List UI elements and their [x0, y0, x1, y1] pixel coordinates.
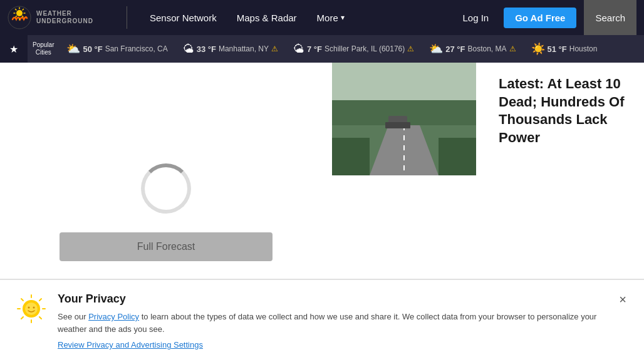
nav-sensor-network[interactable]: Sensor Network: [140, 0, 227, 35]
svg-point-1: [16, 10, 23, 16]
svg-point-12: [25, 303, 38, 315]
star-icon: ★: [9, 43, 18, 55]
ticker-label: Popular Cities: [28, 41, 59, 56]
logo-area: WEATHER UNDERGROUND: [8, 6, 114, 29]
city-name: Manhattan, NY: [219, 44, 269, 53]
privacy-title: Your Privacy: [58, 292, 606, 306]
news-headline: Latest: At Least 10 Dead; Hundreds Of Th…: [499, 75, 631, 147]
header-right: Log In Go Ad Free Search: [455, 0, 636, 35]
weather-icon: 🌤: [293, 43, 304, 56]
svg-rect-10: [439, 138, 476, 175]
svg-line-21: [39, 299, 41, 301]
svg-point-13: [28, 307, 30, 309]
privacy-close-button[interactable]: ×: [616, 292, 629, 307]
privacy-content: Your Privacy See our Privacy Policy to l…: [58, 292, 606, 349]
weather-icon: ☀️: [531, 42, 545, 56]
road-scene-illustration: [332, 63, 476, 175]
ticker-favorite[interactable]: ★: [0, 35, 28, 63]
go-ad-free-button[interactable]: Go Ad Free: [504, 8, 576, 28]
weather-icon: ⛅: [429, 42, 443, 56]
full-forecast-button[interactable]: Full Forecast: [60, 232, 273, 261]
privacy-policy-link[interactable]: Privacy Policy: [88, 312, 139, 321]
news-image: [332, 63, 476, 175]
city-name: Boston, MA: [467, 44, 506, 53]
temperature: 27 °F: [445, 44, 465, 54]
temperature: 33 °F: [197, 44, 216, 54]
temperature: 51 °F: [548, 44, 567, 54]
logo-text: WEATHER UNDERGROUND: [36, 10, 93, 25]
ticker-city-item[interactable]: ⛅ 50 °F San Francisco, CA: [59, 35, 175, 63]
ticker-cities: ⛅ 50 °F San Francisco, CA 🌤 33 °F Manhat…: [59, 35, 605, 63]
news-content: Latest: At Least 10 Dead; Hundreds Of Th…: [489, 75, 631, 152]
review-privacy-link[interactable]: Review Privacy and Advertising Settings: [58, 340, 606, 349]
header-divider: [127, 6, 127, 29]
ticker-bar: ★ Popular Cities ⛅ 50 °F San Francisco, …: [0, 35, 644, 63]
svg-line-22: [21, 317, 23, 319]
nav-more[interactable]: More ▾: [307, 0, 355, 35]
ticker-city-item[interactable]: ⛅ 27 °F Boston, MA ⚠: [422, 35, 523, 63]
privacy-sun-icon: [15, 292, 48, 325]
city-name: Schiller Park, IL (60176): [325, 44, 405, 53]
loading-spinner: [141, 163, 191, 214]
header: WEATHER UNDERGROUND Sensor Network Maps …: [0, 0, 644, 35]
weather-icon: ⛅: [66, 42, 80, 56]
privacy-text: See our Privacy Policy to learn about th…: [58, 311, 606, 335]
alert-icon: ⚠: [407, 44, 414, 53]
svg-rect-9: [332, 138, 370, 175]
city-name: San Francisco, CA: [105, 44, 168, 53]
privacy-overlay: Your Privacy See our Privacy Policy to l…: [0, 279, 644, 362]
svg-line-20: [39, 317, 41, 319]
weather-icon: 🌤: [183, 43, 194, 56]
nav-area: Sensor Network Maps & Radar More ▾: [140, 0, 445, 35]
svg-point-14: [33, 307, 35, 309]
main-content: Full Forecast L: [0, 63, 644, 362]
see-our-text: See our: [58, 312, 86, 321]
temperature: 7 °F: [307, 44, 322, 54]
weather-underground-logo: [8, 6, 31, 29]
svg-rect-8: [385, 122, 410, 128]
nav-maps-radar[interactable]: Maps & Radar: [227, 0, 307, 35]
alert-icon: ⚠: [509, 44, 516, 53]
alert-icon: ⚠: [271, 44, 278, 53]
ticker-city-item[interactable]: ☀️ 51 °F Houston: [524, 35, 605, 63]
login-button[interactable]: Log In: [455, 9, 496, 27]
ticker-city-item[interactable]: 🌤 7 °F Schiller Park, IL (60176) ⚠: [286, 35, 422, 63]
privacy-body-text: to learn about the types of data we coll…: [58, 312, 596, 334]
ticker-city-item[interactable]: 🌤 33 °F Manhattan, NY ⚠: [175, 35, 286, 63]
search-button[interactable]: Search: [584, 0, 636, 35]
chevron-down-icon: ▾: [341, 13, 345, 22]
temperature: 50 °F: [83, 44, 102, 54]
city-name: Houston: [569, 44, 598, 53]
svg-line-19: [21, 299, 23, 301]
